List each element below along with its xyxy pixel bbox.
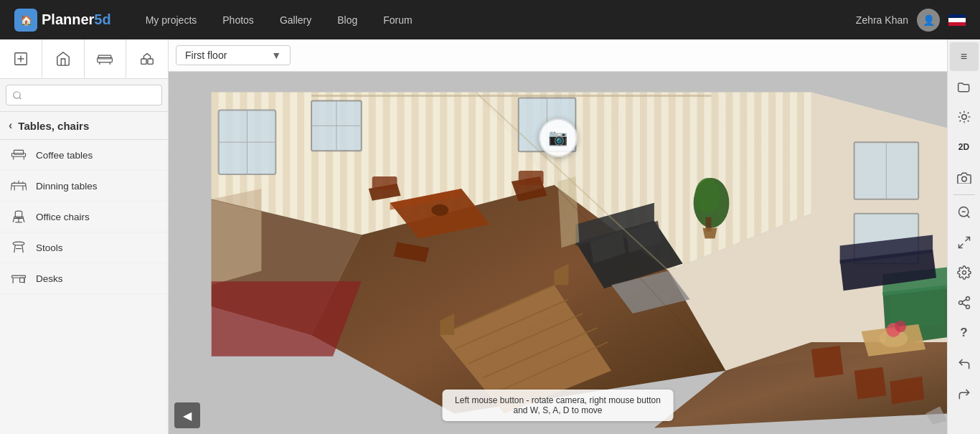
svg-marker-92 [854, 367, 887, 400]
menu-item-coffee-tables[interactable]: Coffee tables [0, 140, 168, 171]
svg-line-121 [962, 303, 966, 306]
right-btn-camera[interactable] [950, 163, 979, 192]
office-chairs-label: Office chairs [36, 212, 90, 222]
search-container [0, 79, 168, 112]
svg-rect-33 [20, 278, 24, 282]
coffee-tables-label: Coffee tables [36, 150, 93, 161]
svg-marker-80 [703, 228, 717, 239]
svg-point-102 [961, 115, 966, 120]
floor-dropdown[interactable]: First floor ▼ [176, 45, 291, 65]
right-btn-folder[interactable] [950, 72, 979, 101]
user-name: Zehra Khan [856, 14, 908, 26]
svg-line-115 [965, 237, 969, 242]
svg-line-16 [11, 184, 11, 191]
stools-icon [10, 240, 27, 255]
svg-marker-94 [212, 189, 262, 285]
user-avatar[interactable]: 👤 [917, 9, 940, 32]
nav-photos[interactable]: Photos [209, 0, 267, 39]
menu-item-office-chairs[interactable]: Office chairs [0, 202, 168, 232]
toolbar-add-room[interactable] [0, 39, 42, 79]
nav-links: My projects Photos Gallery Blog Forum [133, 0, 856, 39]
svg-line-107 [959, 113, 961, 114]
3d-view[interactable]: 📷 Left mouse button - rotate camera, rig… [169, 72, 947, 434]
svg-point-78 [695, 178, 721, 214]
toolbar-home[interactable] [42, 39, 85, 79]
svg-point-119 [958, 301, 962, 305]
toolbar-objects[interactable] [126, 39, 168, 79]
svg-rect-71 [372, 176, 397, 189]
coffee-tables-icon [10, 148, 27, 162]
nav-forum[interactable]: Forum [370, 0, 425, 39]
right-btn-2d[interactable]: 2D [950, 133, 979, 161]
search-input[interactable] [6, 85, 162, 105]
right-btn-help[interactable]: ? [950, 319, 979, 347]
svg-rect-4 [99, 55, 112, 59]
svg-point-69 [431, 204, 448, 216]
svg-line-25 [23, 218, 24, 222]
svg-point-111 [961, 176, 966, 181]
svg-rect-7 [141, 59, 146, 64]
right-divider [953, 194, 975, 195]
right-btn-burst[interactable] [950, 103, 979, 131]
nav-left-arrow[interactable]: ◀ [174, 402, 200, 428]
right-btn-fullscreen[interactable] [950, 228, 979, 257]
menu-item-stools[interactable]: Stools [0, 232, 168, 263]
right-btn-share[interactable] [950, 288, 979, 317]
svg-marker-91 [811, 346, 844, 378]
top-navigation: 🏠 Planner5d My projects Photos Gallery B… [0, 0, 980, 39]
svg-line-24 [13, 218, 14, 222]
right-btn-undo[interactable] [950, 349, 979, 377]
dinning-tables-label: Dinning tables [36, 181, 98, 192]
nav-gallery[interactable]: Gallery [267, 0, 324, 39]
dinning-tables-icon [10, 179, 27, 193]
svg-point-26 [13, 242, 24, 245]
floor-selector-bar: First floor ▼ [169, 39, 947, 72]
menu-item-desks[interactable]: Desks [0, 263, 168, 294]
flag-icon [948, 14, 966, 26]
stools-label: Stools [36, 242, 63, 253]
svg-line-110 [959, 121, 961, 122]
svg-rect-70 [519, 171, 544, 185]
office-chairs-icon [10, 209, 27, 224]
menu-items: Coffee tables Dinning tables [0, 140, 168, 434]
main-layout: ‹ Tables, chairs Coffee tables [0, 39, 980, 434]
svg-point-118 [966, 297, 969, 301]
nav-my-projects[interactable]: My projects [133, 0, 210, 39]
category-title: Tables, chairs [18, 120, 89, 132]
back-arrow-icon: ‹ [9, 119, 12, 132]
svg-point-117 [962, 271, 966, 275]
logo-text: Planner5d [42, 11, 111, 28]
tooltip-line1: Left mouse button - rotate camera, right… [455, 395, 661, 405]
tooltip-line2: and W, S, A, D to move [455, 405, 661, 415]
sidebar-toolbar [0, 39, 168, 79]
svg-line-28 [22, 245, 24, 253]
right-btn-menu[interactable]: ≡ [950, 42, 979, 71]
svg-rect-8 [148, 59, 153, 64]
floor-label: First floor [185, 49, 227, 61]
svg-line-108 [967, 121, 969, 122]
svg-rect-12 [14, 150, 23, 154]
right-btn-settings[interactable] [950, 258, 979, 287]
svg-line-17 [26, 184, 27, 191]
right-btn-redo[interactable] [950, 379, 979, 407]
svg-line-27 [14, 245, 16, 253]
screenshot-button[interactable]: 📷 [539, 118, 578, 157]
desks-label: Desks [36, 273, 63, 284]
right-btn-zoom[interactable] [950, 198, 979, 227]
right-sidebar: ≡ 2D [947, 39, 980, 434]
nav-blog[interactable]: Blog [324, 0, 370, 39]
menu-item-dinning-tables[interactable]: Dinning tables [0, 171, 168, 202]
svg-line-116 [958, 244, 963, 248]
tooltip-bar: Left mouse button - rotate camera, right… [442, 390, 674, 421]
svg-line-113 [966, 215, 969, 218]
svg-line-109 [967, 113, 969, 114]
logo-icon: 🏠 [14, 9, 37, 32]
desks-icon [10, 271, 27, 286]
category-header[interactable]: ‹ Tables, chairs [0, 112, 168, 140]
svg-rect-3 [98, 57, 113, 62]
svg-point-90 [895, 321, 906, 332]
nav-right: Zehra Khan 👤 [856, 9, 966, 32]
left-sidebar: ‹ Tables, chairs Coffee tables [0, 39, 169, 434]
toolbar-furniture[interactable] [85, 39, 127, 79]
logo[interactable]: 🏠 Planner5d [14, 9, 111, 32]
